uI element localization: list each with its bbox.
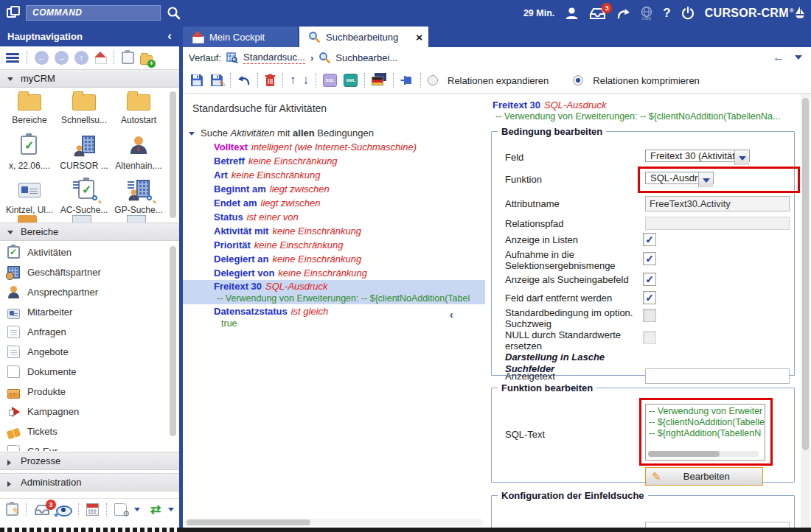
sidebar-item-aktivitaeten[interactable]: Aktivitäten — [0, 242, 179, 262]
tab-suchbearbeitung[interactable]: Suchbearbeitung × — [299, 27, 428, 47]
move-up-icon[interactable]: ↑ — [290, 73, 296, 88]
history-dropdown-icon[interactable] — [795, 55, 802, 60]
tree-condition-volltext[interactable]: Volltextintelligent (wie Internet-Suchma… — [183, 140, 485, 154]
note-edit-icon[interactable]: ✎ — [6, 503, 18, 516]
eingabe-input[interactable] — [645, 522, 790, 528]
feld-select[interactable]: Freitext 30 (Aktivitäten) — [645, 150, 750, 162]
tree-horizontal-scrollbar[interactable] — [184, 519, 484, 526]
section-bereiche[interactable]: Bereiche — [0, 223, 179, 241]
new-folder-icon[interactable] — [140, 55, 153, 65]
command-input[interactable]: COMMAND — [26, 5, 161, 21]
sidebar-collapse-icon[interactable]: ‹ — [167, 27, 172, 45]
sidebar-item-produkte[interactable]: Produkte — [0, 382, 179, 402]
tree-condition-art[interactable]: Artkeine Einschränkung — [183, 168, 485, 182]
tree-condition-aktivitaet-mit[interactable]: Aktivität mitkeine Einschränkung — [183, 224, 485, 238]
tree-condition-status[interactable]: Statusist einer von — [183, 210, 485, 224]
search-icon[interactable] — [167, 6, 181, 20]
tab-mein-cockpit[interactable]: Mein Cockpit — [183, 27, 298, 47]
sidebar-item-ansprechpartner[interactable]: Ansprechpartner — [0, 282, 179, 302]
sidebar-item-anfragen[interactable]: Anfragen — [0, 322, 179, 342]
mycrm-item-autostart[interactable]: Autostart — [112, 90, 165, 125]
delete-icon[interactable] — [265, 74, 276, 87]
chevron-down-icon[interactable] — [168, 508, 174, 511]
mycrm-scrollbar[interactable] — [170, 91, 176, 218]
save-icon[interactable] — [190, 74, 203, 87]
checkbox-feld-entfernt[interactable]: ✓ — [643, 291, 656, 304]
splitter-collapse-icon[interactable]: ‹ — [450, 309, 453, 321]
document-settings-icon[interactable]: ⚙ — [114, 503, 127, 516]
mycrm-item-gp-suche[interactable]: GP-Suche... — [112, 178, 165, 215]
move-down-icon[interactable]: ↓ — [303, 73, 310, 88]
sidebar-item-tickets[interactable]: Tickets — [0, 421, 179, 441]
watch-star-icon[interactable]: ★ — [56, 503, 71, 516]
mycrm-item-cursor[interactable]: CURSOR ... — [58, 134, 111, 171]
inbox-icon[interactable]: 3 — [589, 7, 606, 20]
calendar-icon[interactable] — [86, 503, 99, 516]
breadcrumb-item-standardsuche[interactable]: Standardsuc... — [243, 52, 305, 64]
bearbeiten-button[interactable]: ✎ Bearbeiten — [645, 467, 763, 486]
radio-relationen-expandieren[interactable] — [428, 75, 438, 85]
sidebar-item-kampagnen[interactable]: Kampagnen — [0, 402, 179, 421]
mycrm-item-schnellsuche[interactable]: Schnellsu... — [58, 90, 111, 125]
sql-horizontal-scrollbar[interactable] — [648, 451, 759, 457]
sidebar-item-angebote[interactable]: Angebote — [0, 342, 179, 362]
tree-condition-delegiert-an[interactable]: Delegiert ankeine Einschränkung — [183, 252, 485, 266]
help-icon[interactable]: ? — [663, 6, 670, 21]
language-icon[interactable] — [372, 75, 386, 85]
sidebar-item-c2[interactable]: C2-Eur... — [0, 441, 179, 451]
menu-icon[interactable] — [6, 53, 19, 63]
sync-icon[interactable]: ⇄ — [150, 502, 161, 517]
tree-condition-beginnt-am[interactable]: Beginnt amliegt zwischen — [183, 182, 485, 196]
nav-up-button[interactable]: ↑ — [74, 51, 88, 65]
clipboard-icon[interactable] — [122, 52, 134, 64]
anzeigetext-input[interactable] — [645, 368, 790, 384]
chevron-down-icon[interactable] — [134, 508, 140, 511]
mycrm-item-kintzel[interactable]: Kintzel, Ul... — [3, 178, 56, 215]
funktion-select[interactable]: SQL-Ausdruck — [645, 172, 714, 184]
sql-export-icon[interactable]: SQL — [323, 74, 337, 87]
inbox-icon[interactable]: 3 — [34, 504, 50, 516]
chevron-down-icon[interactable] — [698, 172, 713, 184]
tree-condition-prioritaet[interactable]: Prioritätkeine Einschränkung — [183, 238, 485, 252]
sidebar-item-dokumente[interactable]: Dokumente — [0, 362, 179, 382]
mycrm-item-bereiche[interactable]: Bereiche — [3, 90, 56, 125]
redo-icon[interactable] — [616, 7, 630, 20]
tree-condition-datensatzstatus[interactable]: Datensatzstatusist gleich — [183, 304, 485, 318]
detail-vertical-scrollbar[interactable] — [801, 94, 810, 528]
logout-icon[interactable] — [681, 7, 695, 20]
tree-condition-betreff[interactable]: Betreffkeine Einschränkung — [183, 154, 485, 168]
chevron-down-icon[interactable] — [734, 150, 749, 162]
checkbox-null-standardwerte[interactable] — [643, 331, 656, 344]
checkbox-sucheingabefeld[interactable]: ✓ — [643, 273, 656, 286]
pin-icon[interactable] — [400, 75, 414, 85]
tree-condition-freitext30-selected[interactable]: Freitext 30SQL-Ausdruck -- Verwendung vo… — [183, 280, 485, 304]
section-administration[interactable]: Administration — [0, 473, 179, 491]
breadcrumb-item-suchbearbeitung[interactable]: Suchbearbei... — [335, 52, 397, 63]
bereiche-scrollbar[interactable] — [170, 246, 176, 436]
history-back-icon[interactable]: ← — [773, 51, 784, 64]
section-mycrm[interactable]: myCRM — [0, 69, 179, 88]
radio-relationen-komprimieren[interactable] — [573, 75, 583, 85]
sql-text-area[interactable]: -- Verwendung von Erweiter -- ${clientNo… — [645, 404, 765, 461]
sidebar-item-geschaeftspartner[interactable]: Geschäftspartner — [0, 262, 179, 282]
radio-label[interactable]: Relationen expandieren — [448, 75, 549, 86]
checkbox-aufnahme-selektion[interactable]: ✓ — [643, 252, 656, 265]
checkbox-standardbedingung[interactable] — [643, 309, 656, 322]
mycrm-item-activity[interactable]: x, 22.06.... — [3, 134, 56, 171]
section-prozesse[interactable]: Prozesse — [0, 452, 179, 470]
tree-root[interactable]: Suche Aktivitäten mit allen Bedingungen — [183, 126, 485, 140]
nav-forward-button[interactable]: → — [55, 51, 69, 65]
mycrm-item-ac-suche[interactable]: AC-Suche... — [58, 178, 111, 215]
sidebar-item-mitarbeiter[interactable]: Mitarbeiter — [0, 302, 179, 322]
globe-icon[interactable]: CMD — [641, 6, 652, 21]
home-icon[interactable] — [94, 52, 106, 63]
checkbox-anzeige-in-listen[interactable]: ✓ — [643, 233, 656, 246]
save-as-icon[interactable]: ✎ — [210, 74, 223, 87]
nav-back-button[interactable]: ← — [35, 51, 49, 65]
user-icon[interactable] — [565, 7, 579, 20]
caret-down-icon[interactable] — [189, 132, 195, 136]
undo-icon[interactable] — [237, 74, 251, 86]
xml-export-icon[interactable]: XML — [344, 74, 358, 87]
tree-condition-endet-am[interactable]: Endet amliegt zwischen — [183, 196, 485, 210]
radio-label[interactable]: Relationen komprimieren — [593, 75, 700, 86]
